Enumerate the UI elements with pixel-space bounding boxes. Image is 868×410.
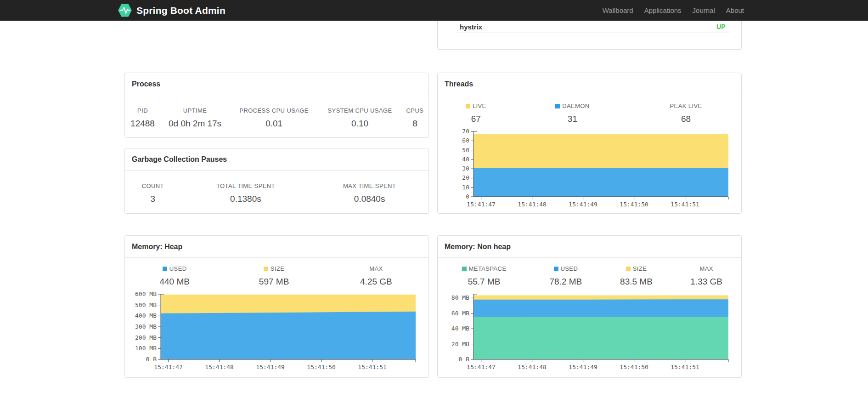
stat-label: MAX TIME SPENT <box>313 182 426 189</box>
stat-label: USED <box>533 265 598 272</box>
memory-heap-card: Memory: Heap USED 440 MB SIZE 597 MB MAX… <box>124 235 429 378</box>
stat-label: USED <box>128 265 221 272</box>
legend-live: LIVE 67 <box>438 102 514 124</box>
legend-swatch-used-icon <box>163 267 167 271</box>
stat-uptime: UPTIME 0d 0h 2m 17s <box>160 107 230 129</box>
stat-value: 67 <box>440 114 512 124</box>
legend-used: USED 440 MB <box>125 265 224 287</box>
y-axis-tick-label: 0 B <box>146 356 157 363</box>
stat-value: 78.2 MB <box>533 277 598 287</box>
x-axis-tick-label: 15:41:47 <box>467 201 496 208</box>
application-status-row[interactable]: hystrix UP <box>455 21 730 33</box>
application-status-card: hystrix UP <box>437 21 742 50</box>
legend-metaspace: METASPACE 55.7 MB <box>438 265 530 287</box>
stat-value: 1.33 GB <box>674 277 738 287</box>
memory-heap-chart: 0 B100 MB200 MB300 MB400 MB500 MB600 MB1… <box>125 291 428 377</box>
stat-label: SYSTEM CPU USAGE <box>321 107 399 114</box>
x-axis-tick-label: 15:41:49 <box>569 201 597 208</box>
stat-label: SIZE <box>227 265 321 272</box>
x-axis-tick-label: 15:41:48 <box>518 201 547 208</box>
chart-area-used <box>161 312 416 359</box>
process-card-title: Process <box>125 73 428 95</box>
y-axis-tick-label: 70 <box>462 129 469 135</box>
y-axis-tick-label: 400 MB <box>135 312 157 319</box>
threads-chart: 01020304050607015:41:4715:41:4815:41:491… <box>438 129 741 214</box>
stat-label: PID <box>128 107 158 114</box>
stat-cpus: CPUS 8 <box>401 107 428 129</box>
gc-card-title: Garbage Collection Pauses <box>125 148 428 171</box>
main-content: hystrix UP Process PID 12488 UPTIME 0d 0… <box>124 0 742 410</box>
stat-label: TOTAL TIME SPENT <box>184 182 308 189</box>
threads-legend: LIVE 67 DAEMON 31 PEAK LIVE 68 <box>438 102 741 124</box>
memory-nonheap-card: Memory: Non heap METASPACE 55.7 MB USED … <box>437 235 742 378</box>
legend-max: MAX 4.25 GB <box>324 265 428 287</box>
stat-value: 0.10 <box>321 119 399 129</box>
stat-gc-max-time: MAX TIME SPENT 0.0840s <box>310 182 428 204</box>
legend-swatch-size-icon <box>264 267 268 271</box>
y-axis-tick-label: 0 B <box>459 356 470 363</box>
y-axis-tick-label: 80 MB <box>451 294 469 301</box>
x-axis-tick-label: 15:41:50 <box>620 364 648 370</box>
legend-swatch-used-icon <box>554 267 558 271</box>
x-axis-tick-label: 15:41:51 <box>358 364 387 370</box>
y-axis-tick-label: 20 <box>462 174 469 181</box>
x-axis-tick-label: 15:41:49 <box>256 364 285 370</box>
y-axis-tick-label: 60 <box>462 137 469 144</box>
stat-value: 12488 <box>128 119 158 129</box>
nonheap-card-title: Memory: Non heap <box>438 236 741 258</box>
legend-max: MAX 1.33 GB <box>671 265 741 287</box>
stat-label: METASPACE <box>440 265 528 272</box>
stat-label: LIVE <box>440 102 512 109</box>
stat-label: MAX <box>327 265 426 272</box>
stat-value: 68 <box>633 114 738 124</box>
legend-swatch-metaspace-icon <box>462 267 467 271</box>
y-axis-tick-label: 40 MB <box>451 325 469 332</box>
legend-swatch-size-icon <box>626 267 631 271</box>
stat-label: PEAK LIVE <box>633 102 738 109</box>
stat-value: 3 <box>128 194 178 204</box>
stat-value: 83.5 MB <box>604 277 669 287</box>
y-axis-tick-label: 20 MB <box>451 341 469 347</box>
stat-label: COUNT <box>128 182 178 189</box>
stat-value: 440 MB <box>128 277 221 287</box>
process-stats: PID 12488 UPTIME 0d 0h 2m 17s PROCESS CP… <box>125 107 428 129</box>
y-axis-tick-label: 50 <box>462 147 469 154</box>
stat-label: DAEMON <box>517 102 628 109</box>
gc-pauses-card: Garbage Collection Pauses COUNT 3 TOTAL … <box>124 148 429 214</box>
stat-value: 0.0840s <box>313 194 426 204</box>
gc-stats: COUNT 3 TOTAL TIME SPENT 0.1380s MAX TIM… <box>125 182 428 204</box>
legend-swatch-live-icon <box>466 104 470 108</box>
stat-label: MAX <box>674 265 738 272</box>
x-axis-tick-label: 15:41:50 <box>307 364 336 370</box>
stat-pid: PID 12488 <box>125 107 160 129</box>
threads-card-title: Threads <box>438 73 741 95</box>
legend-swatch-daemon-icon <box>555 104 560 108</box>
y-axis-tick-label: 200 MB <box>135 334 157 341</box>
legend-daemon: DAEMON 31 <box>514 102 631 124</box>
chart-area-daemon <box>473 168 728 197</box>
y-axis-tick-label: 0 <box>466 193 469 200</box>
stat-value: 4.25 GB <box>327 277 426 287</box>
legend-size: SIZE 83.5 MB <box>601 265 672 287</box>
y-axis-tick-label: 100 MB <box>135 345 157 352</box>
legend-peak-live: PEAK LIVE 68 <box>631 102 741 124</box>
heap-legend: USED 440 MB SIZE 597 MB MAX 4.25 GB <box>125 265 428 287</box>
x-axis-tick-label: 15:41:50 <box>620 201 648 208</box>
y-axis-tick-label: 600 MB <box>135 291 157 297</box>
status-badge: UP <box>716 23 726 30</box>
x-axis-tick-label: 15:41:47 <box>467 364 496 370</box>
stat-value: 55.7 MB <box>440 277 528 287</box>
x-axis-tick-label: 15:41:48 <box>518 364 547 370</box>
heap-card-title: Memory: Heap <box>125 236 428 258</box>
y-axis-tick-label: 30 <box>462 165 469 172</box>
memory-nonheap-chart: 0 B20 MB40 MB60 MB80 MB15:41:4715:41:481… <box>438 291 741 377</box>
y-axis-tick-label: 500 MB <box>135 302 157 308</box>
x-axis-tick-label: 15:41:51 <box>671 201 699 208</box>
stat-system-cpu-usage: SYSTEM CPU USAGE 0.10 <box>318 107 401 129</box>
stat-gc-total-time: TOTAL TIME SPENT 0.1380s <box>181 182 311 204</box>
x-axis-tick-label: 15:41:47 <box>154 364 183 370</box>
stat-value: 597 MB <box>227 277 321 287</box>
legend-used: USED 78.2 MB <box>530 265 601 287</box>
stat-label: SIZE <box>604 265 669 272</box>
stat-value: 8 <box>404 119 426 129</box>
